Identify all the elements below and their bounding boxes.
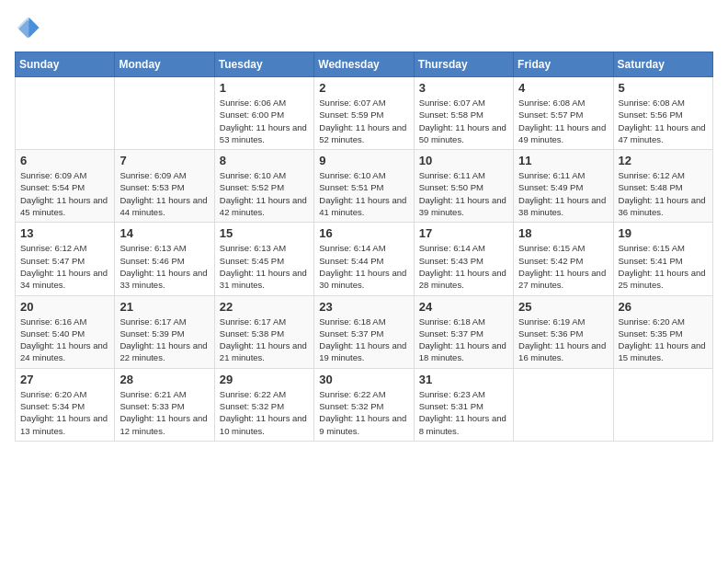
day-info: Sunrise: 6:07 AM Sunset: 5:58 PM Dayligh… xyxy=(419,97,508,145)
logo xyxy=(15,15,44,40)
weekday-header-wednesday: Wednesday xyxy=(314,52,414,77)
calendar-cell: 2Sunrise: 6:07 AM Sunset: 5:59 PM Daylig… xyxy=(314,77,414,150)
weekday-header-monday: Monday xyxy=(115,52,214,77)
day-number: 11 xyxy=(518,154,608,167)
day-info: Sunrise: 6:21 AM Sunset: 5:33 PM Dayligh… xyxy=(119,388,209,437)
day-info: Sunrise: 6:16 AM Sunset: 5:40 PM Dayligh… xyxy=(20,316,109,364)
day-info: Sunrise: 6:12 AM Sunset: 5:48 PM Dayligh… xyxy=(619,169,708,218)
day-info: Sunrise: 6:19 AM Sunset: 5:36 PM Dayligh… xyxy=(518,316,608,364)
calendar-cell: 16Sunrise: 6:14 AM Sunset: 5:44 PM Dayli… xyxy=(314,223,414,295)
calendar-cell: 23Sunrise: 6:18 AM Sunset: 5:37 PM Dayli… xyxy=(314,295,414,368)
day-info: Sunrise: 6:18 AM Sunset: 5:37 PM Dayligh… xyxy=(419,316,508,364)
weekday-header-sunday: Sunday xyxy=(16,52,115,77)
calendar-cell: 17Sunrise: 6:14 AM Sunset: 5:43 PM Dayli… xyxy=(414,223,513,295)
day-number: 19 xyxy=(619,226,708,240)
day-number: 5 xyxy=(619,81,708,95)
calendar-cell: 28Sunrise: 6:21 AM Sunset: 5:33 PM Dayli… xyxy=(115,368,214,441)
calendar-cell: 18Sunrise: 6:15 AM Sunset: 5:42 PM Dayli… xyxy=(514,223,613,295)
day-info: Sunrise: 6:22 AM Sunset: 5:32 PM Dayligh… xyxy=(319,388,408,437)
day-number: 9 xyxy=(319,154,408,167)
day-number: 7 xyxy=(119,154,209,167)
day-info: Sunrise: 6:20 AM Sunset: 5:35 PM Dayligh… xyxy=(619,316,708,364)
day-info: Sunrise: 6:23 AM Sunset: 5:31 PM Dayligh… xyxy=(419,388,508,437)
day-number: 22 xyxy=(220,300,309,314)
day-info: Sunrise: 6:17 AM Sunset: 5:39 PM Dayligh… xyxy=(119,316,209,364)
calendar-cell: 13Sunrise: 6:12 AM Sunset: 5:47 PM Dayli… xyxy=(16,223,115,295)
day-info: Sunrise: 6:12 AM Sunset: 5:47 PM Dayligh… xyxy=(20,242,109,291)
day-number: 27 xyxy=(20,373,109,386)
weekday-header-thursday: Thursday xyxy=(414,52,513,77)
calendar-week-4: 20Sunrise: 6:16 AM Sunset: 5:40 PM Dayli… xyxy=(16,295,713,368)
day-number: 2 xyxy=(319,81,408,95)
calendar-cell: 22Sunrise: 6:17 AM Sunset: 5:38 PM Dayli… xyxy=(214,295,313,368)
calendar-cell: 26Sunrise: 6:20 AM Sunset: 5:35 PM Dayli… xyxy=(613,295,712,368)
calendar-cell xyxy=(613,368,712,441)
calendar-cell xyxy=(115,77,214,150)
calendar-cell: 3Sunrise: 6:07 AM Sunset: 5:58 PM Daylig… xyxy=(414,77,513,150)
weekday-header-row: SundayMondayTuesdayWednesdayThursdayFrid… xyxy=(16,52,713,77)
day-info: Sunrise: 6:11 AM Sunset: 5:50 PM Dayligh… xyxy=(419,169,508,218)
calendar-cell: 14Sunrise: 6:13 AM Sunset: 5:46 PM Dayli… xyxy=(115,223,214,295)
day-info: Sunrise: 6:11 AM Sunset: 5:49 PM Dayligh… xyxy=(518,169,608,218)
day-number: 23 xyxy=(319,300,408,314)
calendar-cell: 25Sunrise: 6:19 AM Sunset: 5:36 PM Dayli… xyxy=(514,295,613,368)
calendar-week-1: 1Sunrise: 6:06 AM Sunset: 6:00 PM Daylig… xyxy=(16,77,713,150)
weekday-header-friday: Friday xyxy=(514,52,613,77)
day-info: Sunrise: 6:06 AM Sunset: 6:00 PM Dayligh… xyxy=(220,97,309,145)
page-header xyxy=(15,15,713,40)
day-info: Sunrise: 6:10 AM Sunset: 5:51 PM Dayligh… xyxy=(319,169,408,218)
calendar-cell: 10Sunrise: 6:11 AM Sunset: 5:50 PM Dayli… xyxy=(414,150,513,223)
day-info: Sunrise: 6:15 AM Sunset: 5:41 PM Dayligh… xyxy=(619,242,708,291)
day-number: 14 xyxy=(119,226,209,240)
day-info: Sunrise: 6:10 AM Sunset: 5:52 PM Dayligh… xyxy=(220,169,309,218)
day-info: Sunrise: 6:08 AM Sunset: 5:56 PM Dayligh… xyxy=(619,97,708,145)
day-number: 25 xyxy=(518,300,608,314)
weekday-header-tuesday: Tuesday xyxy=(214,52,313,77)
day-number: 12 xyxy=(619,154,708,167)
day-number: 15 xyxy=(220,226,309,240)
day-number: 29 xyxy=(220,373,309,386)
day-info: Sunrise: 6:18 AM Sunset: 5:37 PM Dayligh… xyxy=(319,316,408,364)
day-number: 30 xyxy=(319,373,408,386)
calendar-cell: 1Sunrise: 6:06 AM Sunset: 6:00 PM Daylig… xyxy=(214,77,313,150)
day-number: 16 xyxy=(319,226,408,240)
day-number: 17 xyxy=(419,226,508,240)
day-info: Sunrise: 6:09 AM Sunset: 5:54 PM Dayligh… xyxy=(20,169,109,218)
day-info: Sunrise: 6:13 AM Sunset: 5:46 PM Dayligh… xyxy=(119,242,209,291)
day-info: Sunrise: 6:14 AM Sunset: 5:44 PM Dayligh… xyxy=(319,242,408,291)
day-number: 31 xyxy=(419,373,508,386)
calendar-cell: 5Sunrise: 6:08 AM Sunset: 5:56 PM Daylig… xyxy=(613,77,712,150)
day-info: Sunrise: 6:22 AM Sunset: 5:32 PM Dayligh… xyxy=(220,388,309,437)
calendar-week-5: 27Sunrise: 6:20 AM Sunset: 5:34 PM Dayli… xyxy=(16,368,713,441)
day-number: 4 xyxy=(518,81,608,95)
calendar-cell: 15Sunrise: 6:13 AM Sunset: 5:45 PM Dayli… xyxy=(214,223,313,295)
calendar-cell: 30Sunrise: 6:22 AM Sunset: 5:32 PM Dayli… xyxy=(314,368,414,441)
day-number: 18 xyxy=(518,226,608,240)
calendar-cell: 12Sunrise: 6:12 AM Sunset: 5:48 PM Dayli… xyxy=(613,150,712,223)
day-number: 20 xyxy=(20,300,109,314)
calendar-cell: 11Sunrise: 6:11 AM Sunset: 5:49 PM Dayli… xyxy=(514,150,613,223)
day-info: Sunrise: 6:14 AM Sunset: 5:43 PM Dayligh… xyxy=(419,242,508,291)
day-number: 26 xyxy=(619,300,708,314)
day-info: Sunrise: 6:07 AM Sunset: 5:59 PM Dayligh… xyxy=(319,97,408,145)
day-number: 28 xyxy=(119,373,209,386)
logo-icon xyxy=(15,15,40,40)
calendar-cell: 8Sunrise: 6:10 AM Sunset: 5:52 PM Daylig… xyxy=(214,150,313,223)
day-info: Sunrise: 6:17 AM Sunset: 5:38 PM Dayligh… xyxy=(220,316,309,364)
calendar-cell: 27Sunrise: 6:20 AM Sunset: 5:34 PM Dayli… xyxy=(16,368,115,441)
day-info: Sunrise: 6:09 AM Sunset: 5:53 PM Dayligh… xyxy=(119,169,209,218)
calendar-cell: 24Sunrise: 6:18 AM Sunset: 5:37 PM Dayli… xyxy=(414,295,513,368)
calendar-cell: 4Sunrise: 6:08 AM Sunset: 5:57 PM Daylig… xyxy=(514,77,613,150)
svg-marker-2 xyxy=(28,17,39,38)
calendar-cell: 9Sunrise: 6:10 AM Sunset: 5:51 PM Daylig… xyxy=(314,150,414,223)
calendar-week-2: 6Sunrise: 6:09 AM Sunset: 5:54 PM Daylig… xyxy=(16,150,713,223)
day-number: 10 xyxy=(419,154,508,167)
day-number: 3 xyxy=(419,81,508,95)
calendar-cell xyxy=(16,77,115,150)
calendar-cell: 29Sunrise: 6:22 AM Sunset: 5:32 PM Dayli… xyxy=(214,368,313,441)
calendar-cell: 6Sunrise: 6:09 AM Sunset: 5:54 PM Daylig… xyxy=(16,150,115,223)
day-number: 8 xyxy=(220,154,309,167)
weekday-header-saturday: Saturday xyxy=(613,52,712,77)
day-info: Sunrise: 6:15 AM Sunset: 5:42 PM Dayligh… xyxy=(518,242,608,291)
day-info: Sunrise: 6:08 AM Sunset: 5:57 PM Dayligh… xyxy=(518,97,608,145)
